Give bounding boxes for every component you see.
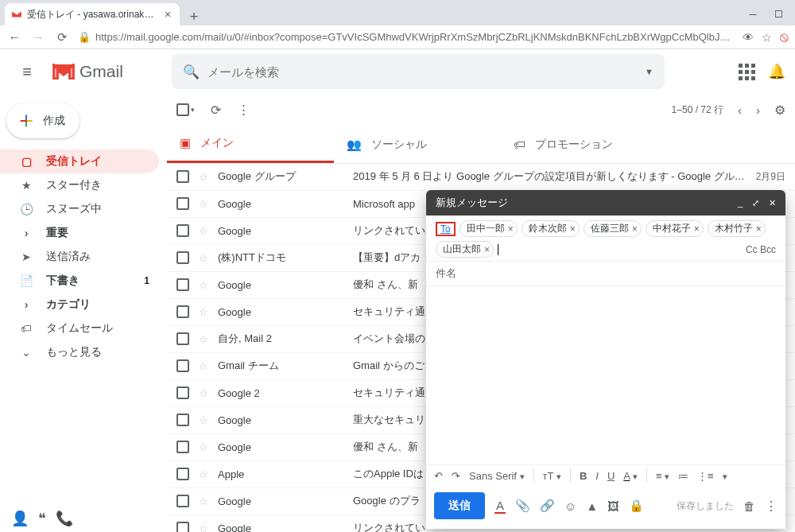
star-icon[interactable]: ☆	[199, 360, 208, 372]
italic-icon[interactable]: I	[595, 470, 599, 482]
numbered-list-icon[interactable]: ≔	[678, 470, 688, 482]
row-checkbox[interactable]	[176, 359, 189, 372]
cc-bcc-toggle[interactable]: Cc Bcc	[746, 244, 776, 255]
sidebar-item-arrow[interactable]: ›重要	[0, 221, 159, 245]
star-icon[interactable]: ☆	[199, 387, 208, 399]
underline-icon[interactable]: U	[607, 470, 615, 482]
window-minimize-icon[interactable]: ─	[743, 6, 763, 22]
to-label[interactable]: To	[436, 222, 456, 236]
row-checkbox[interactable]	[176, 332, 189, 345]
star-icon[interactable]: ☆	[199, 522, 208, 532]
browser-tab[interactable]: 受信トレイ - yasawa.orinaka@gm… ×	[5, 3, 180, 25]
discard-icon[interactable]: 🗑	[743, 499, 755, 513]
settings-gear-icon[interactable]: ⚙	[774, 103, 785, 118]
row-checkbox[interactable]	[176, 414, 189, 426]
row-checkbox[interactable]	[176, 278, 189, 291]
compose-expand-icon[interactable]: ⤢	[752, 198, 759, 208]
attach-icon[interactable]: 📎	[515, 499, 530, 513]
star-icon[interactable]: ☆	[199, 225, 208, 237]
recipient-chip[interactable]: 田中一郎×	[460, 220, 518, 237]
drive-icon[interactable]: ▲	[586, 499, 598, 513]
text-color-icon[interactable]: A ▾	[623, 470, 638, 482]
star-icon[interactable]: ☆	[199, 279, 208, 291]
hangouts-person-icon[interactable]: 👤	[11, 510, 29, 527]
extension-block-icon[interactable]: ⦸	[780, 29, 789, 45]
forward-icon[interactable]: →	[30, 30, 46, 44]
bullet-list-icon[interactable]: ⋮≡	[697, 470, 714, 482]
hamburger-menu-icon[interactable]: ≡	[10, 63, 45, 81]
undo-icon[interactable]: ↶	[434, 470, 443, 482]
row-checkbox[interactable]	[176, 522, 189, 532]
row-checkbox[interactable]	[176, 386, 189, 399]
link-icon[interactable]: 🔗	[540, 499, 555, 513]
sidebar-item-tag[interactable]: 🏷タイムセール	[0, 316, 159, 340]
more-actions-icon[interactable]: ⋮	[237, 102, 250, 118]
compose-subject-input[interactable]: 件名	[426, 262, 785, 286]
recipient-chip[interactable]: 中村花子×	[646, 220, 704, 237]
font-select[interactable]: Sans Serif ▾	[469, 470, 525, 482]
row-checkbox[interactable]	[176, 170, 189, 183]
recipient-chip[interactable]: 鈴木次郎×	[522, 220, 580, 237]
search-dropdown-icon[interactable]: ▼	[645, 67, 653, 76]
sidebar-item-inbox[interactable]: ▢受信トレイ	[0, 150, 159, 173]
confidential-icon[interactable]: 🔒	[629, 499, 644, 513]
star-icon[interactable]: ☆	[199, 171, 208, 183]
row-checkbox[interactable]	[176, 251, 189, 264]
compose-body[interactable]	[426, 286, 785, 464]
chip-remove-icon[interactable]: ×	[570, 223, 576, 235]
tab-promotions[interactable]: 🏷プロモーション	[501, 126, 668, 163]
recipient-chip[interactable]: 佐藤三郎×	[584, 220, 642, 237]
gmail-logo[interactable]: Gmail	[52, 62, 164, 81]
hangouts-phone-icon[interactable]: 📞	[56, 510, 73, 527]
row-checkbox[interactable]	[176, 224, 189, 237]
compose-header[interactable]: 新規メッセージ _ ⤢ ✕	[426, 190, 785, 216]
address-bar[interactable]: 🔒 https://mail.google.com/mail/u/0/#inbo…	[78, 31, 735, 43]
send-button[interactable]: 送信	[434, 492, 485, 519]
row-checkbox[interactable]	[176, 468, 189, 480]
notifications-icon[interactable]: 🔔	[768, 63, 785, 80]
search-bar[interactable]: 🔍 ▼	[172, 54, 665, 89]
format-a-icon[interactable]: A	[494, 499, 506, 514]
apps-grid-icon[interactable]	[739, 64, 755, 80]
star-icon[interactable]: ☆	[199, 306, 208, 318]
back-icon[interactable]: ←	[6, 30, 22, 44]
chip-remove-icon[interactable]: ×	[484, 244, 490, 255]
compose-minimize-icon[interactable]: _	[738, 198, 743, 208]
window-maximize-icon[interactable]: ☐	[768, 6, 789, 22]
mail-row[interactable]: ☆Google グループ2019 年 5 月 6 日より Google グループ…	[167, 164, 795, 191]
star-icon[interactable]: ☆	[199, 198, 208, 210]
next-page-icon[interactable]: ›	[756, 103, 760, 117]
row-checkbox[interactable]	[176, 305, 189, 318]
sidebar-item-star[interactable]: ★スター付き	[0, 173, 159, 197]
recipient-chip[interactable]: 山田太郎×	[436, 241, 494, 258]
sidebar-item-doc[interactable]: 📄下書き1	[0, 269, 159, 293]
compose-button[interactable]: 作成	[6, 103, 80, 138]
font-size-icon[interactable]: тT ▾	[543, 470, 561, 482]
row-checkbox[interactable]	[176, 197, 189, 210]
recipient-chip[interactable]: 木村竹子×	[708, 220, 766, 237]
sidebar-item-clock[interactable]: 🕒スヌーズ中	[0, 197, 159, 221]
chip-remove-icon[interactable]: ×	[508, 223, 514, 235]
bookmark-star-icon[interactable]: ☆	[762, 31, 772, 44]
new-tab-button[interactable]: +	[183, 9, 205, 25]
row-checkbox[interactable]	[176, 495, 189, 507]
redo-icon[interactable]: ↷	[452, 470, 460, 482]
to-input[interactable]	[502, 244, 518, 255]
star-icon[interactable]: ☆	[199, 252, 208, 264]
prev-page-icon[interactable]: ‹	[738, 103, 742, 117]
star-icon[interactable]: ☆	[199, 414, 208, 426]
align-icon[interactable]: ≡ ▾	[656, 470, 669, 482]
sidebar-item-more[interactable]: ⌄もっと見る	[0, 340, 159, 364]
tab-close-icon[interactable]: ×	[162, 9, 173, 20]
emoji-icon[interactable]: ☺	[564, 499, 576, 513]
compose-close-icon[interactable]: ✕	[769, 198, 776, 208]
star-icon[interactable]: ☆	[199, 495, 208, 507]
compose-more-icon[interactable]: ⋮	[765, 499, 778, 514]
chip-remove-icon[interactable]: ×	[694, 223, 700, 235]
compose-to-field[interactable]: To 田中一郎×鈴木次郎×佐藤三郎×中村花子×木村竹子×山田太郎×Cc Bcc	[426, 216, 785, 262]
star-icon[interactable]: ☆	[199, 441, 208, 453]
star-icon[interactable]: ☆	[199, 333, 208, 345]
sidebar-item-chevr[interactable]: ›カテゴリ	[0, 293, 159, 316]
chip-remove-icon[interactable]: ×	[632, 223, 638, 235]
format-more-icon[interactable]: ▾	[723, 470, 727, 482]
